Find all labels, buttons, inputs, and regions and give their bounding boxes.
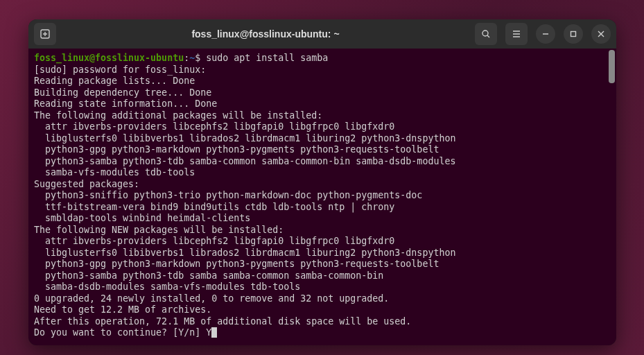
output-line: Suggested packages: (34, 179, 139, 189)
output-line: attr ibverbs-providers libcephfs2 libgfa… (34, 121, 394, 132)
prompt-path: ~ (189, 53, 195, 63)
output-line: [sudo] password for foss_linux: (34, 64, 206, 75)
minimize-button[interactable] (536, 24, 555, 44)
output-line: python3-samba python3-tdb samba-common s… (34, 156, 455, 166)
output-line: The following NEW packages will be insta… (34, 225, 284, 235)
output-line: attr ibverbs-providers libcephfs2 libgfa… (34, 236, 394, 246)
text-cursor (211, 327, 217, 338)
output-line: python3-samba python3-tdb samba samba-co… (34, 270, 383, 281)
prompt-sep-colon: : (184, 53, 189, 63)
output-line: samba-dsdb-modules samba-vfs-modules tdb… (34, 282, 300, 292)
svg-point-3 (482, 31, 488, 36)
output-line: 0 upgraded, 24 newly installed, 0 to rem… (34, 293, 389, 304)
output-line: Need to get 12.2 MB of archives. (34, 304, 211, 315)
output-line: Building dependency tree... Done (34, 87, 211, 98)
new-tab-button[interactable] (34, 23, 56, 45)
output-line: libglusterfs0 libibverbs1 librados2 libr… (34, 133, 455, 144)
output-line: python3-gpg python3-markdown python3-pyg… (34, 144, 439, 155)
window-title: foss_linux@fosslinux-ubuntu: ~ (62, 28, 469, 40)
prompt-user-host: foss_linux@fosslinux-ubuntu (34, 53, 184, 63)
output-line: Do you want to continue? [Y/n] Y (34, 327, 211, 338)
svg-line-4 (487, 35, 489, 37)
output-line: libglusterfs0 libibverbs1 librados2 libr… (34, 248, 455, 258)
output-line: samba-vfs-modules tdb-tools (34, 167, 195, 178)
entered-command: sudo apt install samba (206, 53, 328, 63)
terminal-output[interactable]: foss_linux@fosslinux-ubuntu:~$ sudo apt … (28, 49, 616, 345)
scrollbar-thumb[interactable] (609, 50, 615, 83)
menu-button[interactable] (505, 23, 528, 45)
close-button[interactable] (591, 24, 611, 44)
maximize-button[interactable] (564, 24, 583, 44)
svg-rect-9 (571, 32, 576, 37)
output-line: python3-sniffio python3-trio python-mark… (34, 190, 422, 200)
output-line: ttf-bitstream-vera bind9 bind9utils ctdb… (34, 202, 394, 212)
prompt-sep-dollar: $ (195, 53, 206, 63)
output-line: Reading state information... Done (34, 98, 217, 109)
output-line: python3-gpg python3-markdown python3-pyg… (34, 259, 439, 269)
output-line: After this operation, 72.1 MB of additio… (34, 316, 411, 327)
output-line: Reading package lists... Done (34, 76, 195, 86)
terminal-window: foss_linux@fosslinux-ubuntu: ~ foss_linu… (28, 19, 616, 345)
titlebar: foss_linux@fosslinux-ubuntu: ~ (28, 19, 616, 49)
search-button[interactable] (475, 23, 497, 45)
output-line: smbldap-tools winbind heimdal-clients (34, 213, 250, 223)
output-line: The following additional packages will b… (34, 110, 322, 121)
